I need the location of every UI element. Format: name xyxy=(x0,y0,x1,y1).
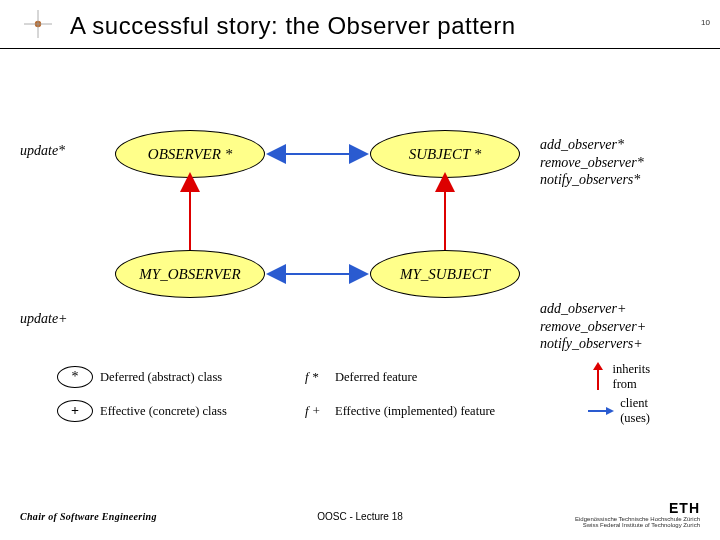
legend-row-deferred: * Deferred (abstract) class f * Deferred… xyxy=(50,360,690,394)
legend-deferred-ellipse: * xyxy=(50,366,100,388)
legend-effective-ellipse: + xyxy=(50,400,100,422)
inherits-arrow-icon xyxy=(589,362,607,392)
bullet-icon xyxy=(24,10,52,38)
legend-f-effective-label: Effective (implemented) feature xyxy=(335,404,540,419)
eth-logo-text: ETH xyxy=(575,500,700,516)
node-subject-label: SUBJECT * xyxy=(409,146,482,163)
legend-f-deferred-sym: f * xyxy=(305,369,335,385)
eth-sub-2: Swiss Federal Institute of Technology Zu… xyxy=(575,522,700,528)
legend-inherits: inherits from xyxy=(540,362,650,392)
slide-number: 10 xyxy=(701,18,710,27)
legend-client: client (uses) xyxy=(540,396,650,426)
legend-row-effective: + Effective (concrete) class f + Effecti… xyxy=(50,394,690,428)
label-subject-effective-features: add_observer+ remove_observer+ notify_ob… xyxy=(540,300,646,353)
node-my-observer-label: MY_OBSERVER xyxy=(139,266,240,283)
legend-effective-class-label: Effective (concrete) class xyxy=(100,404,305,419)
legend: * Deferred (abstract) class f * Deferred… xyxy=(50,360,690,428)
client-arrow-icon xyxy=(586,404,614,418)
node-my-subject-label: MY_SUBJECT xyxy=(400,266,490,283)
node-observer-label: OBSERVER * xyxy=(148,146,232,163)
node-subject: SUBJECT * xyxy=(370,130,520,178)
legend-f-effective-sym: f + xyxy=(305,403,335,419)
slide-header: A successful story: the Observer pattern xyxy=(0,0,720,49)
node-my-subject: MY_SUBJECT xyxy=(370,250,520,298)
legend-f-deferred-label: Deferred feature xyxy=(335,370,540,385)
label-update-effective: update+ xyxy=(20,310,68,328)
legend-deferred-class-label: Deferred (abstract) class xyxy=(100,370,305,385)
node-observer: OBSERVER * xyxy=(115,130,265,178)
footer-logo: ETH Eidgenössische Technische Hochschule… xyxy=(575,500,700,528)
label-update-deferred: update* xyxy=(20,142,65,160)
node-my-observer: MY_OBSERVER xyxy=(115,250,265,298)
page-title: A successful story: the Observer pattern xyxy=(70,12,720,40)
label-subject-deferred-features: add_observer* remove_observer* notify_ob… xyxy=(540,136,644,189)
